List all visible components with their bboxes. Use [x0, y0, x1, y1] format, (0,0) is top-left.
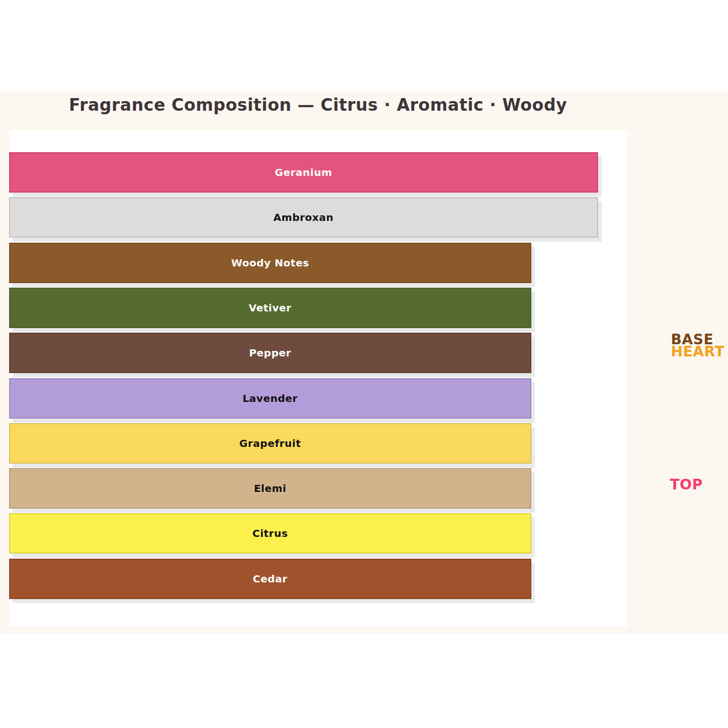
bar-label: Ambroxan [274, 211, 334, 223]
bar-label: Woody Notes [231, 257, 309, 269]
bar-geranium: Geranium [9, 152, 598, 193]
bar-label: Elemi [254, 482, 286, 494]
bar-lavender: Lavender [9, 378, 531, 419]
bar-vetiver: Vetiver [9, 288, 531, 328]
bar-woody-notes: Woody Notes [9, 243, 531, 283]
bar-label: Geranium [275, 166, 333, 178]
bar-label: Cedar [253, 573, 287, 585]
bar-cedar: Cedar [9, 559, 531, 599]
top-notes-label: TOP [670, 478, 703, 492]
bar-label: Lavender [243, 392, 298, 404]
bar-chart: GeraniumAmbroxanWoody NotesVetiverPepper… [9, 130, 627, 626]
bar-label: Citrus [252, 527, 288, 539]
heart-notes-label: HEART [671, 345, 724, 359]
bar-pepper: Pepper [9, 333, 531, 373]
chart-title: Fragrance Composition — Citrus · Aromati… [9, 95, 627, 115]
bar-label: Pepper [249, 347, 291, 359]
bar-label: Grapefruit [239, 437, 301, 449]
bar-label: Vetiver [249, 302, 291, 314]
bar-grapefruit: Grapefruit [9, 423, 531, 464]
bar-elemi: Elemi [9, 468, 531, 509]
bar-ambroxan: Ambroxan [9, 197, 598, 238]
fragrance-figure: Fragrance Composition — Citrus · Aromati… [0, 91, 728, 634]
bar-citrus: Citrus [9, 513, 531, 554]
screen: Fragrance Composition — Citrus · Aromati… [0, 0, 728, 728]
